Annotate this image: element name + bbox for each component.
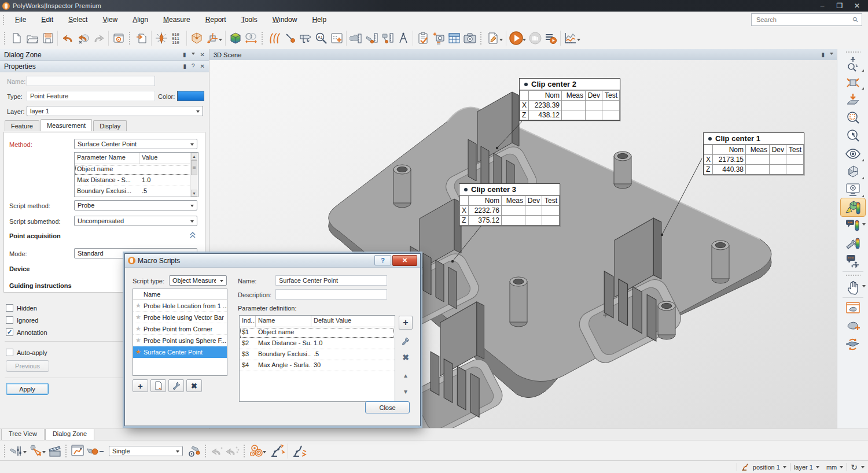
annotation-clip-center-2[interactable]: Clip center 2 NomMeasDevTest X2238.39 Z4…: [519, 78, 620, 121]
search-box[interactable]: ⚲: [751, 13, 862, 26]
annotation-clip-center-3[interactable]: Clip center 3 NomMeasDevTest X2232.76 Z3…: [459, 183, 560, 226]
hidden-checkbox[interactable]: Hidden: [6, 304, 37, 312]
parameter-definition-table[interactable]: Ind... Name Default Value $1 Object name…: [239, 315, 395, 402]
script-name-field[interactable]: Surface Center Point: [275, 275, 387, 286]
star-icon[interactable]: ★: [133, 325, 144, 332]
add-script-button[interactable]: +: [133, 379, 148, 392]
list-item-selected[interactable]: ★Surface Center Point: [133, 346, 227, 358]
tab-dialog-zone[interactable]: Dialog Zone: [45, 429, 94, 441]
star-icon[interactable]: ★: [133, 302, 144, 309]
star-icon[interactable]: ★: [133, 337, 144, 344]
close-icon[interactable]: ✕: [200, 63, 205, 69]
menu-item-select[interactable]: Select: [61, 13, 95, 27]
dialog-help-button[interactable]: ?: [374, 255, 391, 265]
sequence-clapper-icon[interactable]: [47, 443, 62, 459]
search-input[interactable]: [755, 16, 853, 24]
pin-icon[interactable]: ▮: [183, 51, 186, 58]
pin-icon[interactable]: ▮: [183, 63, 187, 69]
table-row[interactable]: Max Distance - S... 1.0: [75, 175, 198, 186]
close-dialog-button[interactable]: Close: [365, 401, 410, 413]
zoom-find-icon[interactable]: A1: [313, 30, 329, 46]
auto-apply-checkbox[interactable]: Auto-apply: [6, 349, 47, 356]
hand-pointer-icon[interactable]: [841, 278, 865, 296]
pan-zoom-icon[interactable]: [841, 55, 865, 73]
menu-grip[interactable]: [2, 14, 5, 25]
toolbar-grip[interactable]: [3, 31, 6, 45]
name-field[interactable]: [27, 76, 155, 86]
single-mode-combo[interactable]: Single: [109, 446, 183, 456]
measure-ellipse-icon[interactable]: [243, 30, 259, 46]
add-parameter-button[interactable]: +: [399, 316, 413, 330]
menu-item-edit[interactable]: Edit: [34, 13, 61, 27]
menu-item-help[interactable]: Help: [304, 13, 334, 27]
scroll-down-icon[interactable]: ▼: [191, 190, 197, 197]
undo-all-icon[interactable]: [75, 30, 91, 46]
import-file-icon[interactable]: [134, 30, 149, 46]
tab-feature[interactable]: Feature: [5, 120, 39, 131]
tab-display[interactable]: Display: [93, 120, 127, 131]
report-icon[interactable]: [485, 30, 501, 46]
dialog-zone-header[interactable]: Dialog Zone ▮ ✕: [0, 49, 209, 61]
dialog-title-bar[interactable]: Macro Scripts ? ✕: [125, 254, 420, 268]
star-icon[interactable]: ★: [133, 348, 144, 356]
table-row[interactable]: Boundary Exclusi... .5: [75, 186, 198, 197]
open-project-icon[interactable]: [24, 30, 40, 46]
column-header[interactable]: Ind...: [240, 316, 256, 327]
undo-icon[interactable]: [60, 30, 75, 46]
reference-cube-icon[interactable]: [189, 30, 204, 46]
probe-ruler-icon[interactable]: [364, 30, 380, 46]
cloud-ruler-icon[interactable]: [348, 30, 364, 46]
column-header[interactable]: Name: [144, 291, 160, 298]
close-button[interactable]: ✕: [848, 1, 866, 11]
probe-ball-icon[interactable]: [86, 443, 105, 459]
refresh-icon[interactable]: ↻: [847, 463, 861, 472]
save-project-icon[interactable]: [40, 30, 56, 46]
annotation-checkbox[interactable]: ✓Annotation: [6, 328, 47, 336]
pin-icon[interactable]: ▮: [821, 51, 825, 58]
camera-icon[interactable]: [462, 30, 477, 46]
play-list-icon[interactable]: [543, 30, 558, 46]
compass-divider-icon[interactable]: [395, 30, 411, 46]
table-row[interactable]: $2 Max Distance - Su... 1.0: [240, 338, 395, 349]
play-macro-dropdown[interactable]: [523, 39, 526, 43]
description-field[interactable]: [275, 289, 387, 300]
colormap-edit-icon[interactable]: [841, 234, 865, 252]
section-device[interactable]: Device: [9, 265, 30, 272]
menu-item-report[interactable]: Report: [198, 13, 234, 27]
probe-tune-dropdown[interactable]: [23, 451, 27, 455]
checklist-icon[interactable]: [415, 30, 431, 46]
go-back-all-icon[interactable]: [225, 443, 241, 459]
edit-script-button[interactable]: [168, 379, 184, 392]
section-guiding-instructions[interactable]: Guiding instructions: [9, 282, 72, 289]
workspace-manager-icon[interactable]: [111, 30, 126, 46]
menu-item-view[interactable]: View: [95, 13, 125, 27]
pick-element-icon[interactable]: [841, 127, 865, 145]
status-more-dropdown[interactable]: [861, 466, 865, 470]
tab-measurement[interactable]: Measurement: [41, 119, 92, 131]
close-icon[interactable]: ✕: [200, 51, 205, 58]
ignored-checkbox[interactable]: Ignored: [6, 316, 38, 324]
center-object-icon[interactable]: [841, 73, 865, 91]
scanner-ruler-icon[interactable]: [380, 30, 395, 46]
caliper-icon[interactable]: [297, 30, 313, 46]
collapse-chevron-icon[interactable]: [190, 231, 196, 239]
minimize-button[interactable]: –: [814, 1, 831, 11]
data-table-icon[interactable]: [446, 30, 462, 46]
annotation-clip-center-1[interactable]: Clip center 1 NomMeasDevTest X2173.15 Z4…: [703, 132, 804, 175]
annotation-colormap-icon[interactable]: [841, 216, 865, 234]
coordinate-axes-dropdown[interactable]: [219, 39, 222, 43]
script-method-combo[interactable]: Probe: [74, 200, 197, 210]
menu-item-align[interactable]: Align: [125, 13, 156, 27]
scroll-up-icon[interactable]: ▲: [191, 153, 197, 160]
report-dropdown[interactable]: [499, 39, 503, 43]
macro-scripts-dialog[interactable]: Macro Scripts ? ✕ Script type: Object Me…: [124, 253, 421, 426]
stop-macro-icon[interactable]: [527, 30, 543, 46]
robot-align-icon[interactable]: [290, 443, 308, 459]
apply-button[interactable]: Apply: [6, 383, 49, 395]
column-header[interactable]: Default Value: [311, 316, 395, 327]
scroll-thumb[interactable]: ☰: [191, 160, 197, 175]
display-settings-icon[interactable]: [841, 180, 865, 198]
script-list[interactable]: Name ★Probe Hole Location from 1 ... ★Pr…: [133, 289, 227, 376]
table-row[interactable]: $3 Boundary Exclusi... .5: [240, 349, 395, 360]
digital-readout-icon[interactable]: 010011110: [169, 30, 185, 46]
